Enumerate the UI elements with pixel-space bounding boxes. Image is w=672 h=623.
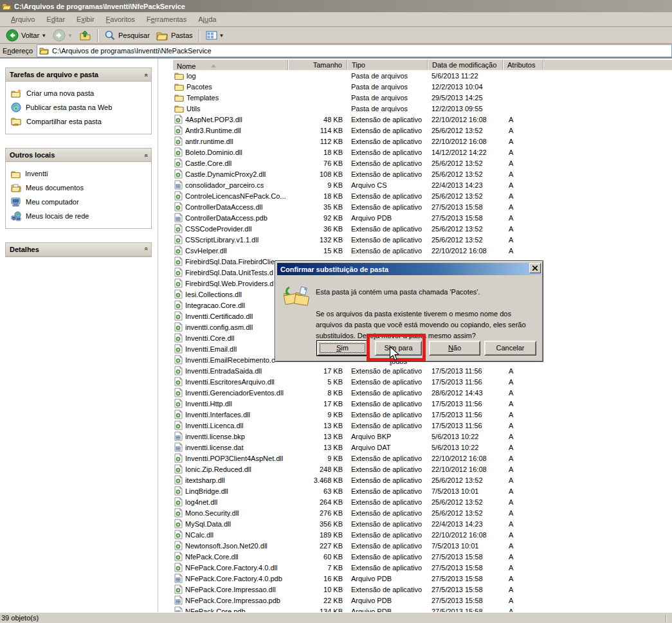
dialog-titlebar[interactable]: Confirmar substituição de pasta bbox=[277, 263, 541, 275]
file-date: 12/2/2013 10:04 bbox=[428, 83, 503, 91]
file-attr: A bbox=[503, 400, 543, 408]
sidebar-pane-header[interactable]: Outros locais « bbox=[6, 149, 151, 162]
window-titlebar[interactable]: C:\Arquivos de programas\Inventti\NfePac… bbox=[0, 0, 672, 12]
doc-icon bbox=[174, 180, 183, 190]
file-date: 25/6/2012 13:52 bbox=[428, 170, 503, 178]
folders-button[interactable]: Pastas bbox=[153, 28, 196, 42]
file-size: 276 KB bbox=[288, 509, 347, 517]
file-attr: A bbox=[503, 498, 543, 506]
folder-icon bbox=[174, 71, 184, 80]
file-row[interactable]: NFePack.Core.pdb 134 KB Arquivo PDB 27/5… bbox=[172, 606, 672, 612]
chevron-icon[interactable]: « bbox=[143, 154, 149, 156]
sort-ascending-icon bbox=[211, 64, 216, 68]
file-row[interactable]: inventti.license.bkp 13 KB Arquivo BKP 5… bbox=[172, 431, 672, 442]
sidebar-item[interactable]: Meu computador bbox=[11, 195, 149, 209]
menu-item[interactable]: Ferramentas bbox=[141, 14, 192, 24]
file-row[interactable]: consolidador_parceiro.cs 9 KB Arquivo CS… bbox=[172, 179, 672, 190]
sidebar-pane-header[interactable]: Tarefas de arquivo e pasta « bbox=[6, 68, 151, 82]
menu-item[interactable]: Editar bbox=[41, 14, 71, 24]
file-date: 22/10/2012 16:08 bbox=[428, 531, 503, 539]
file-row[interactable]: CsvHelper.dll 15 KB Extensão de aplicati… bbox=[172, 245, 672, 256]
back-button[interactable]: Voltar ▼ bbox=[3, 28, 50, 42]
file-row[interactable]: inventti.license.dat 13 KB Arquivo DAT 5… bbox=[172, 442, 672, 453]
up-button[interactable] bbox=[76, 28, 95, 42]
column-header-Nome[interactable]: Nome bbox=[172, 60, 288, 71]
file-attr: A bbox=[503, 575, 543, 582]
file-row[interactable]: log4net.dll 264 KB Extensão de aplicativ… bbox=[172, 496, 672, 507]
column-header-Tamanho[interactable]: Tamanho bbox=[288, 60, 347, 71]
sidebar-item[interactable]: Inventti bbox=[11, 167, 149, 181]
sidebar-item[interactable]: Meus documentos bbox=[11, 181, 149, 195]
menu-item[interactable]: Ajuda bbox=[192, 14, 222, 24]
file-row[interactable]: Boleto.Dominio.dll 18 KB Extensão de apl… bbox=[172, 147, 672, 158]
chevron-icon[interactable]: » bbox=[143, 248, 149, 251]
no-button[interactable]: Não bbox=[429, 341, 480, 356]
file-row[interactable]: Inventti.Licenca.dll 13 KB Extensão de a… bbox=[172, 420, 672, 431]
column-header-Tipo[interactable]: Tipo bbox=[347, 60, 428, 71]
cancel-button[interactable]: Cancelar bbox=[484, 341, 536, 356]
file-date: 25/6/2012 13:52 bbox=[428, 498, 503, 506]
file-row[interactable]: Inventti.GerenciadorEventos.dll 8 KB Ext… bbox=[172, 387, 672, 398]
views-button[interactable]: ▼ bbox=[203, 28, 228, 42]
column-header-Data de modificação[interactable]: Data de modificação bbox=[428, 60, 503, 71]
file-row[interactable]: Inventti.Http.dll 17 KB Extensão de apli… bbox=[172, 398, 672, 409]
file-row[interactable]: NFePack.Core.Factory.4.0.dll 7 KB Extens… bbox=[172, 562, 672, 573]
file-row[interactable]: CSSCodeProvider.dll 36 KB Extensão de ap… bbox=[172, 223, 672, 234]
sidebar-item[interactable]: Publicar esta pasta na Web bbox=[11, 100, 149, 114]
file-type: Arquivo PDB bbox=[347, 597, 428, 604]
file-row[interactable]: Inventti.POP3Client4AspNet.dll 9 KB Exte… bbox=[172, 453, 672, 464]
sidebar-pane-title: Outros locais bbox=[10, 151, 55, 159]
file-row[interactable]: Mono.Security.dll 276 KB Extensão de apl… bbox=[172, 507, 672, 518]
file-row[interactable]: Castle.DynamicProxy2.dll 108 KB Extensão… bbox=[172, 168, 672, 179]
sidebar-pane-header[interactable]: Detalhes » bbox=[6, 243, 151, 257]
file-row[interactable]: Inventti.Interfaces.dll 9 KB Extensão de… bbox=[172, 409, 672, 420]
search-button[interactable]: Pesquisar bbox=[101, 28, 153, 42]
file-attr: A bbox=[503, 181, 543, 189]
menu-item[interactable]: Exibir bbox=[71, 14, 100, 24]
file-row[interactable]: Templates Pasta de arquivos 29/5/2013 14… bbox=[172, 92, 672, 103]
file-row[interactable]: NCalc.dll 189 KB Extensão de aplicativo … bbox=[172, 529, 672, 540]
file-row[interactable]: Inventti.EscritoresArquivo.dll 5 KB Exte… bbox=[172, 376, 672, 387]
file-row[interactable]: Pacotes Pasta de arquivos 12/2/2013 10:0… bbox=[172, 81, 672, 92]
dll-icon bbox=[174, 366, 183, 375]
file-row[interactable]: Utils Pasta de arquivos 12/2/2013 09:55 bbox=[172, 103, 672, 114]
file-row[interactable]: CSScriptLibrary.v1.1.dll 132 KB Extensão… bbox=[172, 234, 672, 245]
file-row[interactable]: NFePack.Core.Factory.4.0.pdb 16 KB Arqui… bbox=[172, 573, 672, 584]
file-row[interactable]: Newtonsoft.Json.Net20.dll 227 KB Extensã… bbox=[172, 540, 672, 551]
file-size: 60 KB bbox=[288, 553, 347, 561]
menu-item[interactable]: Favoritos bbox=[100, 14, 141, 24]
file-row[interactable]: ControleLicencasNFePack.Co... 18 KB Exte… bbox=[172, 190, 672, 201]
file-row[interactable]: Inventti.EntradaSaida.dll 17 KB Extensão… bbox=[172, 365, 672, 376]
file-row[interactable]: log Pasta de arquivos 5/6/2013 11:22 bbox=[172, 70, 672, 81]
file-row[interactable]: 4AspNet.POP3.dll 48 KB Extensão de aplic… bbox=[172, 114, 672, 125]
file-size: 9 KB bbox=[288, 181, 347, 189]
forward-button[interactable]: ▼ bbox=[50, 28, 76, 42]
doc-icon bbox=[174, 442, 183, 452]
file-row[interactable]: ControllerDataAccess.dll 35 KB Extensão … bbox=[172, 201, 672, 212]
close-icon[interactable] bbox=[529, 263, 541, 273]
file-row[interactable]: Antlr3.Runtime.dll 114 KB Extensão de ap… bbox=[172, 125, 672, 136]
yes-button[interactable]: Sim bbox=[317, 341, 368, 356]
file-date: 27/5/2013 15:58 bbox=[428, 608, 503, 613]
file-row[interactable]: Ionic.Zip.Reduced.dll 248 KB Extensão de… bbox=[172, 464, 672, 474]
file-row[interactable]: NfePack.Core.dll 60 KB Extensão de aplic… bbox=[172, 551, 672, 562]
file-row[interactable]: itextsharp.dll 3.468 KB Extensão de apli… bbox=[172, 474, 672, 485]
sidebar-item[interactable]: Meus locais de rede bbox=[11, 209, 149, 223]
file-row[interactable]: Castle.Core.dll 76 KB Extensão de aplica… bbox=[172, 158, 672, 168]
address-input[interactable]: C:\Arquivos de programas\Inventti\NfePac… bbox=[37, 44, 672, 57]
chevron-icon[interactable]: « bbox=[143, 73, 149, 76]
file-row[interactable]: MySql.Data.dll 356 KB Extensão de aplica… bbox=[172, 518, 672, 529]
file-row[interactable]: NFePack.Core.Impressao.dll 10 KB Extensã… bbox=[172, 584, 672, 595]
sidebar-item[interactable]: Criar uma nova pasta bbox=[11, 86, 149, 100]
sidebar-item[interactable]: Compartilhar esta pasta bbox=[11, 114, 149, 129]
menu-item[interactable]: Arquivo bbox=[5, 14, 41, 24]
file-row[interactable]: ControllerDataAccess.pdb 92 KB Arquivo P… bbox=[172, 212, 672, 223]
file-row[interactable]: LinqBridge.dll 63 KB Extensão de aplicat… bbox=[172, 485, 672, 496]
file-size: 36 KB bbox=[288, 225, 347, 233]
file-row[interactable]: NFePack.Core.Impressao.pdb 22 KB Arquivo… bbox=[172, 595, 672, 606]
file-attr: A bbox=[503, 444, 543, 451]
column-header-Atributos[interactable]: Atributos bbox=[503, 60, 543, 71]
file-attr: A bbox=[503, 433, 543, 440]
file-type: Arquivo CS bbox=[347, 181, 428, 189]
file-row[interactable]: antlr.runtime.dll 112 KB Extensão de apl… bbox=[172, 136, 672, 147]
